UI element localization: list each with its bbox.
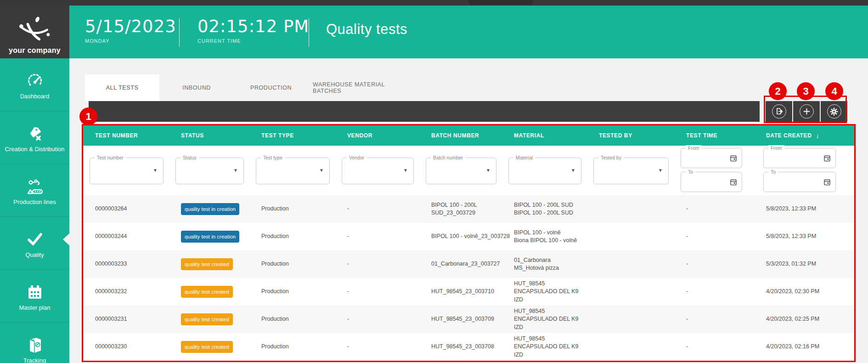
filter-tested-by-select[interactable]: Tested by ▼: [593, 158, 669, 184]
cell-batch-number: HUT_98545_23_003708: [419, 333, 502, 361]
table-row[interactable]: 0000003244 quality test in creation Prod…: [83, 223, 854, 250]
column-header-date-created[interactable]: DATE CREATED ↓: [754, 125, 854, 146]
filter-date-created-from-input[interactable]: From: [763, 148, 836, 168]
sidebar-item-label: Master plan: [17, 305, 52, 312]
current-time: 02:15:12 PM: [197, 17, 309, 36]
cell-batch-number: BIPOL 100 - 200L SUD_23_003729: [419, 195, 502, 223]
table-toolbar: [89, 101, 760, 122]
page-header: 5/15/2023 MONDAY 02:15:12 PM CURRENT TIM…: [69, 6, 868, 58]
cell-test-type: Production: [249, 223, 335, 250]
table-row[interactable]: 0000003232 quality test created Producti…: [83, 278, 854, 306]
cell-test-time: -: [674, 223, 754, 250]
column-header-material[interactable]: MATERIAL: [502, 125, 587, 146]
cell-test-time: -: [674, 195, 754, 223]
sidebar-item-label: Dashboard: [18, 93, 51, 100]
cell-material: 01_CarbonaraMS_Hotová pizza: [502, 250, 587, 278]
column-header-status[interactable]: STATUS: [169, 125, 249, 146]
sidebar-item-production-lines[interactable]: Production lines: [0, 164, 69, 217]
check-icon: [26, 231, 44, 248]
filter-vendor-select[interactable]: Vendor ▼: [342, 158, 414, 184]
tabbar: ALL TESTS INBOUND PRODUCTION WAREHOUSE M…: [85, 74, 414, 101]
cell-material: HUT_98545ENCAPSULADO DEL K9 IZD: [502, 306, 587, 333]
conveyor-icon: [26, 178, 44, 195]
filter-date-created-to-input[interactable]: To: [763, 172, 836, 192]
tab-warehouse-material-batches[interactable]: WAREHOUSE MATERIAL BATCHES: [308, 74, 414, 101]
chevron-down-icon: ▼: [571, 168, 575, 173]
cell-tested-by: [587, 250, 674, 278]
table-row[interactable]: 0000003231 quality test created Producti…: [83, 306, 854, 333]
export-button[interactable]: [766, 101, 792, 122]
column-header-batch-number[interactable]: BATCH NUMBER: [419, 125, 502, 146]
table-row[interactable]: 0000003230 quality test created Producti…: [83, 333, 854, 361]
cell-test-type: Production: [249, 306, 335, 333]
calendar-icon: [26, 284, 44, 301]
cell-test-type: Production: [249, 195, 335, 223]
gear-icon: [827, 104, 841, 119]
package-icon: [26, 336, 44, 354]
header-divider: [309, 18, 309, 47]
cell-tested-by: [587, 278, 674, 306]
status-badge: quality test created: [181, 313, 233, 325]
table-header-row: TEST NUMBER STATUS TEST TYPE VENDOR BATC…: [83, 125, 854, 146]
status-badge: quality test created: [181, 286, 233, 297]
filter-row: Test number ▼ Status ▼ Test type ▼ Vendo…: [83, 146, 854, 195]
top-strip-notch: [468, 0, 533, 5]
add-test-button[interactable]: [793, 101, 820, 122]
filter-test-number-select[interactable]: Test number ▼: [90, 158, 163, 184]
column-header-tested-by[interactable]: TESTED BY: [587, 125, 674, 146]
cell-batch-number: 01_Carbonara_23_003727: [419, 250, 502, 278]
filter-batch-number-select[interactable]: Batch number ▼: [426, 158, 496, 184]
cell-test-number: 0000003264: [83, 195, 169, 223]
sidebar-item-label: Quality: [23, 252, 45, 259]
filter-test-type-select[interactable]: Test type ▼: [256, 158, 330, 184]
cell-tested-by: [587, 195, 674, 223]
cell-material: BIPOL 100 - volněBiona BIPOL 100 - volně: [502, 223, 587, 250]
sidebar-item-master-plan[interactable]: Master plan: [0, 270, 69, 323]
column-header-test-time[interactable]: TEST TIME: [674, 125, 754, 146]
cell-test-type: Production: [249, 333, 335, 361]
annotation-marker-2: 2: [769, 82, 787, 100]
sidebar-item-label: Creation & Distribution: [3, 146, 66, 153]
sidebar-item-label: Production lines: [11, 199, 58, 206]
annotation-marker-4: 4: [825, 82, 843, 100]
table-row[interactable]: 0000003264 quality test in creation Prod…: [83, 195, 854, 223]
calendar-icon[interactable]: [730, 178, 737, 187]
calendar-icon[interactable]: [823, 178, 831, 187]
table-row[interactable]: 0000003233 quality test created Producti…: [83, 250, 854, 278]
cell-batch-number: BIPOL 100 - volně_23_003728: [419, 223, 502, 250]
calendar-icon[interactable]: [730, 154, 737, 164]
filter-test-time-from-input[interactable]: From: [681, 148, 742, 168]
cell-date-created: 4/20/2023, 02:30 PM: [754, 278, 854, 306]
cell-vendor: -: [335, 195, 419, 223]
table-body: 0000003264 quality test in creation Prod…: [83, 195, 854, 361]
sidebar-item-quality[interactable]: Quality: [0, 217, 69, 270]
column-header-test-number[interactable]: TEST NUMBER: [83, 125, 169, 146]
logo-text: your company: [9, 46, 61, 55]
sidebar-item-dashboard[interactable]: Dashboard: [0, 58, 69, 111]
tab-all-tests[interactable]: ALL TESTS: [85, 74, 159, 101]
logo-figure-icon: [17, 13, 53, 46]
tab-inbound[interactable]: INBOUND: [159, 74, 234, 101]
filter-status-select[interactable]: Status ▼: [175, 158, 244, 184]
column-header-test-type[interactable]: TEST TYPE: [249, 125, 335, 146]
page-title: Quality tests: [326, 21, 407, 38]
cell-date-created: 5/8/2023, 12:33 PM: [754, 195, 854, 223]
header-divider: [179, 18, 180, 47]
tag-icon: [26, 125, 44, 142]
gauge-icon: [26, 72, 44, 90]
settings-button[interactable]: [821, 101, 847, 122]
cell-batch-number: HUT_98545_23_003710: [419, 278, 502, 306]
company-logo: your company: [0, 6, 69, 58]
column-header-vendor[interactable]: VENDOR: [335, 125, 419, 146]
sidebar-item-creation-distribution[interactable]: Creation & Distribution: [0, 111, 69, 164]
status-badge: quality test in creation: [181, 231, 239, 242]
cell-date-created: 5/3/2023, 01:32 PM: [754, 250, 854, 278]
cell-test-time: -: [674, 333, 754, 361]
chevron-down-icon: ▼: [319, 168, 324, 173]
tab-production[interactable]: PRODUCTION: [234, 74, 308, 101]
filter-test-time-to-input[interactable]: To: [681, 172, 742, 192]
sidebar-item-tracking[interactable]: Tracking: [0, 323, 69, 363]
cell-test-number: 0000003232: [83, 278, 169, 306]
filter-material-select[interactable]: Material ▼: [508, 158, 581, 184]
calendar-icon[interactable]: [823, 154, 831, 164]
